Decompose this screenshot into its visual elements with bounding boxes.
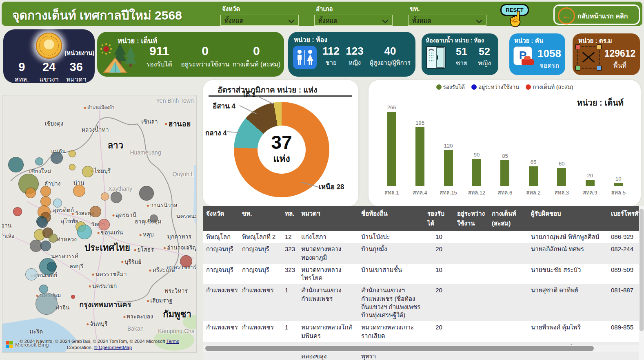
table-column-header[interactable]: อยู่ระหว่างใช้งาน <box>454 206 489 231</box>
bar-rect[interactable] <box>557 168 566 186</box>
back-home-label: กลับหน้าแรก คลิก <box>577 11 628 21</box>
table-cell: สำนักงานแขวงกำแพงเพชร <box>298 284 358 321</box>
bar[interactable]: 120สทล.15 <box>434 104 462 197</box>
map-bubble[interactable] <box>13 207 22 216</box>
city-dot-icon <box>147 300 149 302</box>
vertical-scrollbar[interactable] <box>639 206 644 360</box>
table-row[interactable]: กำแพงเพชรกำแพงเพชร1สำนักงานแขวงกำแพงเพชร… <box>203 284 644 321</box>
bar-value-label: 85 <box>502 153 508 159</box>
bar-rect[interactable] <box>586 180 595 186</box>
bar[interactable]: 266สทล.1 <box>378 104 406 197</box>
area-label: พื้นที่ <box>602 60 638 71</box>
bar-rect[interactable] <box>415 127 424 186</box>
bar[interactable]: 10สทล.5 <box>604 104 633 197</box>
filter-khotho-dropdown[interactable]: ทั้งหมด <box>408 15 486 26</box>
tent-kpi-cumulative: 0กางเต็นท์ (สะสม) <box>231 44 282 69</box>
table-row[interactable]: พิษณุโลกพิษณุโลกที่ 212แก่งโสภาบ้านโป่งป… <box>203 231 644 243</box>
legend-cumulative[interactable]: กางเต็นท์ (สะสม) <box>526 82 573 91</box>
map-bubble[interactable] <box>90 206 101 217</box>
map-place-label: มุกดาหาร <box>167 232 191 241</box>
map-bubble[interactable] <box>98 219 110 230</box>
filter-district-dropdown[interactable]: ทั้งหมด <box>314 15 393 26</box>
map-bubble[interactable] <box>150 214 158 223</box>
map-place-label: อำเภอเมืองล้า <box>84 104 114 111</box>
bar-rect[interactable] <box>614 183 623 186</box>
map-bubble[interactable] <box>69 150 76 157</box>
map-bubble[interactable] <box>49 234 58 243</box>
horizontal-scrollbar[interactable] <box>203 345 644 352</box>
terms-link[interactable]: Terms <box>167 339 179 344</box>
table-column-header[interactable]: รองรับได้ <box>424 206 454 231</box>
bar-rect[interactable] <box>472 159 481 186</box>
table-row[interactable]: กาญจนบุรีกาญจนบุรี323หมวดทางหลวงไทรโยคบ้… <box>203 264 644 285</box>
shower-unit-label: ห้องอาบน้ำ หน่วย : ห้อง <box>426 36 484 45</box>
horizontal-scrollbar-thumb[interactable] <box>205 346 594 351</box>
table-column-header[interactable]: ชื่อท้องถิ่น <box>358 206 424 231</box>
map-bubble[interactable] <box>47 262 57 272</box>
table-column-header[interactable]: ทล. <box>282 206 298 231</box>
org-kpi-muad: 36หมวดฯ <box>62 60 90 84</box>
tent-camp-icon <box>100 41 138 75</box>
bar-rect[interactable] <box>529 166 538 186</box>
bar[interactable]: 90สทล.12 <box>462 104 491 197</box>
table-column-header[interactable]: กางเต็นท์ (สะสม) <box>489 206 528 231</box>
table-cell: 081-887 <box>608 284 644 321</box>
map-bubble[interactable] <box>77 225 92 239</box>
kpi-card-parking: หน่วย : คัน P 1058 จอดรถ <box>509 33 565 75</box>
map-bubble[interactable] <box>40 241 51 251</box>
bar[interactable]: 60สทล.3 <box>548 104 576 197</box>
table-column-header[interactable]: ขท. <box>239 206 282 231</box>
bar[interactable]: 65สทล.2 <box>519 104 547 197</box>
table-row[interactable]: กาญจนบุรีกาญจนบุรี323หมวดทางหลวงทองผาภูม… <box>203 243 644 264</box>
bar-rect[interactable] <box>500 160 509 186</box>
table-row[interactable]: กำแพงเพชรกำแพงเพชร1หมวดทางหลวงโกสัมพีนคร… <box>203 321 644 342</box>
map-visual[interactable]: อำเภอเมืองล้าYen Binh Townเชียงตุงหลวงน้… <box>2 95 197 353</box>
bar[interactable]: 195สทล.4 <box>406 104 434 197</box>
pointer-hand-icon[interactable]: ☝ <box>507 11 524 27</box>
map-bubble[interactable] <box>35 157 43 166</box>
table-cell <box>454 321 489 342</box>
map-bubble[interactable] <box>69 164 76 170</box>
map-bubble[interactable] <box>139 186 154 201</box>
table-cell: กำแพงเพชร <box>239 321 282 342</box>
bar[interactable]: 85สทล.6 <box>491 104 519 197</box>
map-place-label: อำนาจเจริญ <box>164 243 197 252</box>
filter-province-dropdown[interactable]: ทั้งหมด <box>220 15 299 26</box>
map-place-label: เซินลา <box>141 117 158 126</box>
table-cell: นายภาณุพงษ์ พิทักพูลศิลป์ <box>528 231 608 243</box>
table-cell: หมวดทางหลวงทองผาภูมิ <box>298 243 358 264</box>
bar-legend: รองรับได้ อยู่ระหว่างใช้งาน กางเต็นท์ (ส… <box>369 82 641 91</box>
callout-line <box>240 105 257 114</box>
city-dot-icon <box>134 249 136 251</box>
map-bubble[interactable] <box>51 152 63 164</box>
map-bubble[interactable] <box>180 255 192 267</box>
table-column-header[interactable]: หมวดฯ <box>298 206 358 231</box>
tent-kpi-capacity: 911รองรับได้ <box>140 44 179 69</box>
map-bubble[interactable] <box>101 192 109 201</box>
shower-kpi-male: 51ชาย <box>450 46 473 68</box>
city-dot-icon <box>140 234 142 236</box>
bar-value-label: 65 <box>531 159 536 165</box>
map-bubble[interactable] <box>25 268 38 280</box>
openstreetmap-link[interactable]: © OpenStreetMap <box>94 345 132 350</box>
bar-rect[interactable] <box>387 112 396 186</box>
table-column-header[interactable]: เบอร์โทรศัพท์ <box>608 206 644 231</box>
bar[interactable]: 20สทล.9 <box>576 104 604 197</box>
back-home-button[interactable]: ← กลับหน้าแรก คลิก <box>553 4 640 25</box>
map-place-label: Yen Binh Town <box>156 97 194 104</box>
table-cell: พิษณุโลกที่ 2 <box>239 231 282 243</box>
chevron-down-icon <box>476 18 482 23</box>
bar-value-label: 195 <box>415 120 424 126</box>
map-place-label: นครราชสีมา <box>92 269 127 278</box>
table-cell: นายพีรพงศ์ คุ้มไพรี <box>528 321 608 342</box>
table-column-header[interactable]: จังหวัด <box>203 206 239 231</box>
legend-capacity[interactable]: รองรับได้ <box>436 82 465 91</box>
vertical-scrollbar-thumb[interactable] <box>640 209 644 331</box>
table-column-header[interactable]: ผู้รับผิดชอบ <box>528 206 608 231</box>
bar-rect[interactable] <box>444 150 453 186</box>
map-bubble[interactable] <box>25 188 36 198</box>
region-donut-chart[interactable]: 37 แห่ง <box>234 102 329 197</box>
legend-inuse[interactable]: อยู่ระหว่างใช้งาน <box>471 82 519 91</box>
map-place-label: เสียมราฐ <box>147 296 172 305</box>
map-bubble[interactable] <box>39 285 48 294</box>
